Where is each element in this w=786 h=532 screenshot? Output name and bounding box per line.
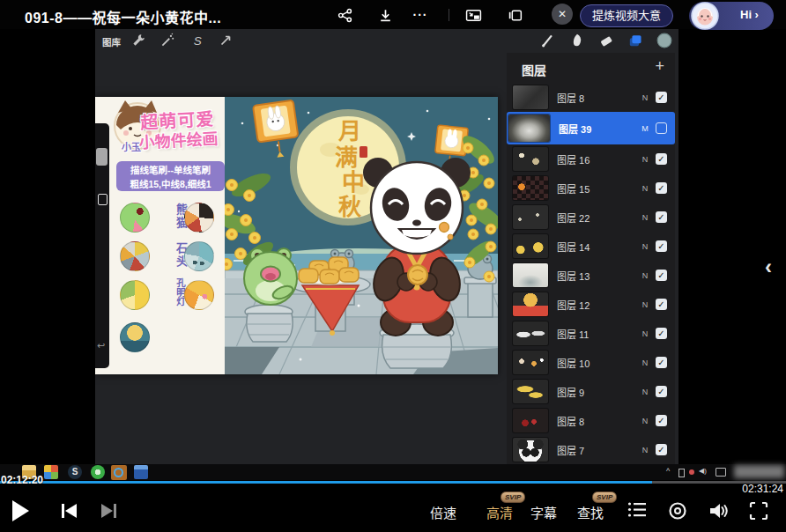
cast-button[interactable]: [506, 5, 525, 25]
download-button[interactable]: [375, 5, 395, 25]
layer-row: 图层 14N✓: [507, 232, 675, 261]
svip-badge-search: SVIP: [592, 491, 617, 503]
summarize-video-button[interactable]: 提炼视频大意: [580, 4, 673, 27]
layer-thumbnail: [513, 351, 548, 374]
layer-name: 图层 9: [557, 385, 639, 399]
red-seal: [360, 146, 367, 158]
layers-panel: 图层 + 图层 8N✓图层 39M图层 16N✓图层 15N✓图层 22N✓图层…: [507, 53, 675, 467]
layer-row: 图层 16N✓: [507, 144, 675, 174]
layer-visibility-checkbox: ✓: [656, 182, 667, 194]
layer-row: 图层 8N✓: [507, 83, 675, 112]
layer-visibility-checkbox: ✓: [656, 270, 667, 281]
subtitle-button[interactable]: 字幕: [530, 503, 557, 521]
next-button[interactable]: [99, 504, 118, 518]
taskbar-chat-icon: [91, 465, 105, 479]
layer-visibility-checkbox: ✓: [656, 328, 667, 339]
quality-button[interactable]: 高清: [486, 503, 513, 521]
layer-blend-mode: N: [639, 184, 651, 193]
search-button[interactable]: 查找: [577, 503, 604, 521]
scene-title: 月 满 中 秋: [335, 118, 365, 220]
layer-visibility-checkbox: [656, 122, 667, 134]
add-layer-icon: +: [655, 57, 664, 76]
palette-circle-lantern: [184, 280, 214, 310]
drawing-canvas: 小玉 超萌可爱 小物件绘画 描线笔刷--单线笔刷 粗线15,中线8,细线1 熊猫…: [95, 97, 498, 374]
layer-name: 图层 8: [557, 91, 639, 105]
profile-pill[interactable]: Hi ›: [689, 2, 774, 30]
layer-row: 图层 22N✓: [507, 203, 675, 232]
more-button[interactable]: ···: [411, 5, 430, 25]
layer-thumbnail: [513, 292, 548, 316]
layer-name: 图层 7: [557, 443, 639, 457]
palette-circle-lantern-draft: [120, 280, 150, 310]
layer-visibility-checkbox: ✓: [656, 415, 667, 426]
layer-visibility-checkbox: ✓: [656, 92, 667, 103]
layer-visibility-checkbox: ✓: [656, 444, 667, 455]
fullscreen-icon[interactable]: [749, 501, 768, 521]
close-button[interactable]: ✕: [552, 4, 573, 25]
svg-text:秋: 秋: [338, 194, 362, 220]
pip-button[interactable]: [463, 5, 483, 25]
layer-row: 图层 9N✓: [507, 377, 675, 406]
layer-thumbnail: [508, 115, 550, 142]
layer-name: 图层 13: [557, 269, 639, 283]
palette-circle-stone-draft: [120, 241, 150, 271]
layer-thumbnail: [513, 321, 548, 345]
previous-button[interactable]: [60, 504, 79, 518]
eraser-icon: [598, 33, 614, 48]
layer-visibility-checkbox: ✓: [656, 240, 667, 252]
layer-name: 图层 8: [557, 414, 639, 428]
video-surface[interactable]: 图库 S: [0, 29, 786, 480]
brush-info-line2: 粗线15,中线8,细线1: [116, 177, 225, 191]
svg-text:S: S: [194, 34, 202, 48]
taskbar-window-icon: [134, 465, 148, 479]
settings-icon[interactable]: [668, 501, 687, 521]
brush-info-banner: 描线笔刷--单线笔刷 粗线15,中线8,细线1: [116, 161, 225, 191]
layer-blend-mode: M: [639, 124, 651, 133]
seek-bar[interactable]: [0, 481, 786, 484]
layer-name: 图层 11: [557, 327, 639, 341]
layer-row: 图层 39M: [507, 112, 675, 144]
layers-list: 图层 8N✓图层 39M图层 16N✓图层 15N✓图层 22N✓图层 14N✓…: [507, 83, 675, 464]
layer-thumbnail: [513, 263, 548, 287]
layer-blend-mode: N: [639, 300, 651, 309]
seek-bar-played: [0, 481, 652, 484]
layer-thumbnail: [513, 234, 548, 258]
layer-blend-mode: N: [639, 358, 651, 367]
undo-icon: ↩: [97, 340, 105, 351]
layer-thumbnail: [513, 85, 548, 109]
speed-button[interactable]: 倍速: [430, 503, 456, 521]
procreate-sidebar: ↩: [95, 123, 109, 368]
current-time: 02:12:20: [1, 474, 43, 486]
playlist-icon[interactable]: [627, 501, 647, 518]
layer-name: 图层 22: [557, 211, 639, 225]
tray-clock-blur: [734, 465, 784, 478]
layer-thumbnail: [513, 176, 548, 200]
svg-text:月: 月: [337, 118, 361, 144]
panel-collapse-chevron[interactable]: ‹: [765, 255, 772, 279]
palette-circle-panda-draft: [120, 203, 150, 233]
layer-visibility-checkbox: ✓: [656, 211, 667, 223]
layers-panel-header: 图层 +: [507, 53, 675, 83]
layer-thumbnail: [513, 205, 548, 229]
layer-blend-mode: N: [639, 93, 651, 102]
layer-row: 图层 10N✓: [507, 348, 675, 377]
palette-circle-stone: [184, 241, 214, 271]
layers-button-icon: [627, 33, 643, 48]
gallery-button: 图库: [102, 35, 121, 48]
profile-label: Hi ›: [740, 8, 759, 21]
procreate-app: 图库 S: [95, 29, 678, 467]
tray-volume-icon: ◀): [699, 467, 707, 475]
volume-icon[interactable]: [708, 501, 729, 521]
layer-name: 图层 15: [557, 181, 639, 196]
layer-name: 图层 39: [559, 122, 639, 136]
share-button[interactable]: [335, 5, 354, 25]
adjustments-wand-icon: [159, 33, 175, 48]
layer-blend-mode: N: [639, 446, 651, 454]
play-button[interactable]: [12, 500, 29, 521]
mid-autumn-scene: 月 满 中 秋: [225, 97, 498, 374]
layer-visibility-checkbox: ✓: [656, 357, 667, 368]
layer-row: 图层 8N✓: [507, 406, 675, 435]
layer-row: 图层 12N✓: [507, 290, 675, 319]
layer-name: 图层 14: [557, 240, 639, 254]
palette-circle-moon: [120, 322, 150, 352]
